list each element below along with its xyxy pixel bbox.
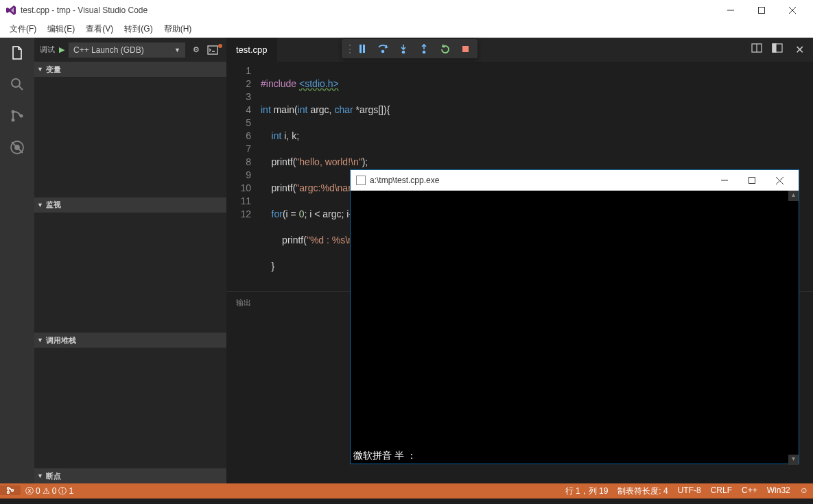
debug-config-dropdown[interactable]: C++ Launch (GDB) ▼: [69, 43, 185, 58]
window-titlebar: test.cpp - tmp - Visual Studio Code: [0, 0, 813, 21]
debug-toolbar[interactable]: ⋮⋮: [342, 39, 478, 58]
svg-point-17: [382, 51, 384, 53]
step-out-button[interactable]: [414, 40, 434, 57]
debug-settings-icon[interactable]: ⚙: [189, 45, 203, 54]
debug-console-icon[interactable]: [207, 45, 221, 55]
svg-point-11: [15, 145, 19, 149]
console-body[interactable]: 微软拼音 半 ： ▴ ▾: [351, 191, 799, 464]
step-into-button[interactable]: [394, 40, 413, 57]
svg-rect-12: [208, 46, 217, 54]
svg-point-4: [12, 79, 20, 87]
console-title: a:\tmp\test.cpp.exe: [370, 176, 711, 185]
toggle-sidebar-icon[interactable]: [772, 43, 786, 56]
error-icon: ⓧ: [25, 485, 34, 497]
editor-actions: ✕: [751, 43, 813, 56]
chevron-down-icon: ▼: [37, 472, 43, 479]
tab-test-cpp[interactable]: test.cpp: [226, 38, 278, 62]
vscode-logo-icon: [5, 5, 16, 16]
status-encoding[interactable]: UTF-8: [673, 485, 706, 495]
status-target[interactable]: Win32: [762, 485, 795, 495]
status-feedback-icon[interactable]: ☺: [795, 485, 813, 495]
close-button[interactable]: [777, 0, 808, 21]
svg-rect-16: [773, 44, 776, 52]
scroll-down-icon[interactable]: ▾: [788, 455, 799, 465]
console-maximize-button[interactable]: [738, 170, 766, 191]
ime-status: 微软拼音 半 ：: [353, 450, 416, 462]
debug-title: 调试: [40, 45, 55, 55]
info-icon: ⓘ: [58, 485, 67, 497]
svg-point-7: [12, 119, 15, 122]
chevron-down-icon: ▼: [37, 66, 43, 73]
status-position[interactable]: 行 1，列 19: [561, 485, 613, 497]
status-language[interactable]: C++: [737, 485, 762, 495]
menu-goto[interactable]: 转到(G): [119, 21, 158, 37]
explorer-icon[interactable]: [9, 45, 25, 61]
status-git[interactable]: [0, 485, 21, 495]
console-window: a:\tmp\test.cpp.exe 微软拼音 半 ： ▴ ▾: [350, 169, 799, 464]
svg-point-19: [403, 51, 405, 53]
console-minimize-button[interactable]: [711, 170, 738, 191]
section-watch[interactable]: ▼监视: [34, 197, 226, 213]
start-debug-icon[interactable]: ▶: [59, 45, 64, 54]
svg-point-6: [12, 110, 15, 114]
variables-body: [34, 77, 226, 197]
stop-button[interactable]: [456, 40, 475, 57]
editor-tabs: test.cpp ✕: [226, 38, 813, 62]
window-title: test.cpp - tmp - Visual Studio Code: [21, 5, 715, 15]
notification-dot: [218, 44, 222, 48]
chevron-down-icon: ▼: [37, 337, 43, 344]
console-titlebar[interactable]: a:\tmp\test.cpp.exe: [351, 170, 799, 191]
pause-button[interactable]: [353, 40, 372, 57]
section-breakpoints[interactable]: ▼断点: [34, 468, 226, 483]
menu-view[interactable]: 查看(V): [80, 21, 119, 37]
section-callstack[interactable]: ▼调用堆栈: [34, 333, 226, 348]
split-editor-icon[interactable]: [751, 43, 765, 56]
console-close-button[interactable]: [766, 170, 793, 191]
status-eol[interactable]: CRLF: [706, 485, 737, 495]
menu-file[interactable]: 文件(F): [4, 21, 42, 37]
section-variables[interactable]: ▼变量: [34, 62, 226, 77]
console-scrollbar[interactable]: ▴ ▾: [788, 191, 799, 464]
console-exe-icon: [356, 176, 366, 185]
close-tab-icon[interactable]: ✕: [792, 43, 806, 56]
minimize-button[interactable]: [715, 0, 746, 21]
scroll-thumb[interactable]: [788, 201, 799, 455]
status-bar: ⓧ0 ⚠0 ⓘ1 行 1，列 19 制表符长度: 4 UTF-8 CRLF C+…: [0, 483, 813, 499]
activity-bar: [0, 38, 34, 483]
debug-header: 调试 ▶ C++ Launch (GDB) ▼ ⚙: [34, 38, 226, 62]
search-icon[interactable]: [9, 76, 25, 93]
sidebar-debug: 调试 ▶ C++ Launch (GDB) ▼ ⚙ ▼变量 ▼监视 ▼调用堆栈 …: [34, 38, 226, 483]
svg-point-21: [423, 51, 425, 53]
status-errors[interactable]: ⓧ0 ⚠0 ⓘ1: [21, 485, 78, 497]
menu-help[interactable]: 帮助(H): [158, 21, 198, 37]
warning-icon: ⚠: [43, 486, 50, 496]
debug-config-label: C++ Launch (GDB): [73, 45, 144, 55]
chevron-down-icon: ▼: [174, 47, 180, 53]
status-tabsize[interactable]: 制表符长度: 4: [613, 485, 672, 497]
debug-icon[interactable]: [9, 139, 25, 156]
maximize-button[interactable]: [746, 0, 777, 21]
scroll-up-icon[interactable]: ▴: [788, 191, 799, 201]
watch-body: [34, 213, 226, 333]
step-over-button[interactable]: [373, 40, 392, 57]
source-control-icon[interactable]: [9, 108, 25, 124]
restart-button[interactable]: [435, 40, 454, 57]
line-gutter: 123456789101112: [226, 62, 261, 291]
drag-handle-icon[interactable]: ⋮⋮: [344, 43, 351, 56]
chevron-down-icon: ▼: [37, 202, 43, 208]
svg-rect-23: [749, 178, 755, 184]
svg-point-28: [12, 489, 14, 491]
svg-line-5: [19, 86, 23, 90]
callstack-body: [34, 348, 226, 468]
menu-bar: 文件(F) 编辑(E) 查看(V) 转到(G) 帮助(H): [0, 21, 813, 38]
svg-rect-1: [758, 8, 764, 14]
menu-edit[interactable]: 编辑(E): [42, 21, 80, 37]
